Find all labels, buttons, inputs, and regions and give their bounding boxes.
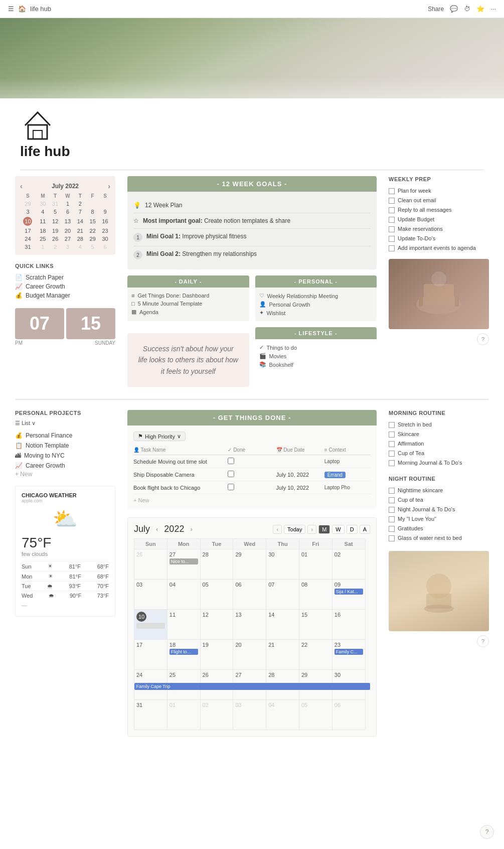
goal-plan: 💡 12 Week Plan — [133, 198, 371, 213]
share-button[interactable]: Share — [428, 6, 444, 13]
cal-next[interactable]: › — [108, 182, 110, 190]
star-icon[interactable]: ⭐ — [476, 5, 484, 13]
svg-point-9 — [424, 605, 454, 613]
lifestyle-item-2[interactable]: 🎬 Movies — [259, 352, 373, 360]
weekly-prep-item[interactable]: Make reservations — [389, 224, 489, 234]
personal-icon-2: 👤 — [259, 301, 266, 308]
task-row-3: Book flight back to Chicago July 10, 202… — [133, 481, 371, 494]
goal-plan-label: 12 Week Plan — [145, 202, 183, 209]
personal-icon-1: ♡ — [259, 293, 264, 299]
cal-prev[interactable]: ‹ — [20, 182, 23, 190]
big-cal-next[interactable]: › — [190, 525, 192, 533]
filter-row: ⚑ High Priority ∨ — [133, 432, 371, 441]
svg-point-6 — [431, 271, 446, 287]
personal-label-1: Weekly Relationship Meeting — [267, 293, 339, 299]
goal-mini-2: 2 Mini Goal 2: Strengthen my relationshi… — [133, 246, 371, 263]
quick-link-item[interactable]: 💰Budget Manager — [15, 291, 115, 300]
priority-icon: ⚑ — [138, 433, 143, 440]
weekly-prep-item[interactable]: Clean out email — [389, 196, 489, 205]
night-routine-item[interactable]: Night Journal & To Do's — [389, 505, 489, 514]
big-cal-tue: Tue — [200, 539, 233, 549]
weekly-prep-item[interactable]: Update Budget — [389, 215, 489, 224]
quick-link-item[interactable]: 📈Career Growth — [15, 282, 115, 291]
morning-routine-item[interactable]: Morning Journal & To Do's — [389, 458, 489, 468]
today-button[interactable]: Today — [284, 525, 305, 534]
lifestyle-item-3[interactable]: 📚 Bookshelf — [259, 360, 373, 369]
night-routine-item[interactable]: Gratitudes — [389, 524, 489, 533]
morning-routine-item[interactable]: Stretch in bed — [389, 420, 489, 430]
quick-links-label: QUICK LINKS — [15, 263, 115, 269]
big-cal-back[interactable]: ‹ — [273, 525, 282, 534]
big-cal-thu: Thu — [266, 539, 299, 549]
morning-routine-item[interactable]: Affirmation — [389, 439, 489, 449]
view-day-btn[interactable]: D — [347, 525, 358, 534]
view-agenda-btn[interactable]: A — [360, 525, 370, 534]
task-done-3[interactable] — [228, 484, 274, 491]
add-task-button[interactable]: + New — [133, 494, 371, 503]
daily-item-2[interactable]: □ 5 Minute Journal Template — [131, 300, 245, 308]
add-project-button[interactable]: + New — [15, 471, 115, 478]
weekly-prep-label: WEEKLY PREP — [389, 176, 489, 182]
daily-item-3[interactable]: ▦ Agenda — [131, 308, 245, 316]
home-icon: 🏠 — [18, 5, 26, 13]
night-routine-item[interactable]: Cup of tea — [389, 495, 489, 505]
daily-icon-3: ▦ — [131, 309, 136, 315]
left-col-2: PERSONAL PROJECTS ☰ List ∨ 💰Personal Fin… — [15, 410, 115, 737]
night-routine-item[interactable]: Glass of water next to bed — [389, 533, 489, 543]
big-cal-sat: Sat — [332, 539, 365, 549]
daily-item-1[interactable]: ≡ Get Things Done: Dashboard — [131, 292, 245, 300]
lifestyle-icon-1: ✓ — [259, 344, 264, 351]
personal-item-1[interactable]: ♡ Weekly Relationship Meeting — [259, 292, 373, 300]
night-routine-item[interactable]: My "I Love You" — [389, 514, 489, 524]
project-item[interactable]: 📈Career Growth — [15, 461, 115, 471]
quick-link-item[interactable]: 📄Scratch Paper — [15, 273, 115, 282]
lifestyle-item-1[interactable]: ✓ Things to do — [259, 343, 373, 352]
chevron-down-icon: ∨ — [32, 420, 36, 426]
view-week-btn[interactable]: W — [332, 525, 344, 534]
task-name-2: Ship Disposable Camera — [133, 472, 226, 478]
menu-icon[interactable]: ☰ — [8, 5, 14, 13]
goal-plan-icon: 💡 — [133, 202, 141, 209]
task-context-1: Laptop — [324, 459, 371, 464]
project-item[interactable]: 🏙Moving to NYC — [15, 451, 115, 461]
personal-item-2[interactable]: 👤 Personal Growth — [259, 300, 373, 309]
svg-rect-5 — [455, 297, 459, 307]
help-button-2[interactable]: ? — [477, 635, 489, 647]
big-cal-fwd[interactable]: › — [307, 525, 316, 534]
help-button-1[interactable]: ? — [477, 333, 489, 345]
comment-icon[interactable]: 💬 — [450, 5, 458, 13]
filter-high-priority[interactable]: ⚑ High Priority ∨ — [133, 432, 186, 441]
big-cal-year: 2022 — [164, 524, 184, 534]
clock-period: PM — [15, 340, 23, 346]
big-calendar: July ‹ 2022 › ‹ Today › M W D A — [127, 517, 377, 737]
daily-body: ≡ Get Things Done: Dashboard □ 5 Minute … — [127, 288, 249, 320]
project-item[interactable]: 📋Notion Template — [15, 441, 115, 451]
view-label[interactable]: List — [22, 420, 30, 426]
project-item[interactable]: 💰Personal Finance — [15, 431, 115, 441]
big-cal-prev[interactable]: ‹ — [156, 525, 158, 533]
svg-rect-1 — [33, 130, 42, 139]
task-done-2[interactable] — [228, 471, 274, 478]
weekly-prep-item[interactable]: Update To-Do's — [389, 234, 489, 243]
clock-day: SUNDAY — [95, 340, 115, 346]
weekly-prep-item[interactable]: Add important events to agenda — [389, 243, 489, 253]
task-done-1[interactable] — [228, 458, 274, 465]
weekly-prep-item[interactable]: Reply to all messages — [389, 205, 489, 215]
view-month-btn[interactable]: M — [318, 525, 330, 534]
clock-icon[interactable]: ⏱ — [464, 5, 470, 13]
goal-mini-2-value: Strengthen my relationships — [182, 250, 257, 257]
daily-label-1: Get Things Done: Dashboard — [137, 293, 209, 299]
weekly-prep-item[interactable]: Plan for week — [389, 186, 489, 196]
goal-num-1: 1 — [133, 233, 142, 242]
goal-main-text: Most important goal: Create notion templ… — [143, 217, 290, 224]
night-routine-item[interactable]: Nighttime skincare — [389, 486, 489, 495]
morning-routine-item[interactable]: Cup of Tea — [389, 449, 489, 458]
big-cal-month: July — [134, 524, 150, 534]
more-icon[interactable]: ··· — [490, 5, 496, 13]
main-content: ‹ July 2022 › SMTWTFS 293031123456789101… — [0, 176, 504, 769]
forecast-row: Wed🌧90°F73°F — [22, 591, 109, 600]
cal-month: July 2022 — [52, 183, 79, 190]
personal-item-3[interactable]: ✦ Wishlist — [259, 309, 373, 317]
task-row-1: Schedule Moving out time slot Laptop — [133, 455, 371, 468]
morning-routine-item[interactable]: Skincare — [389, 430, 489, 439]
